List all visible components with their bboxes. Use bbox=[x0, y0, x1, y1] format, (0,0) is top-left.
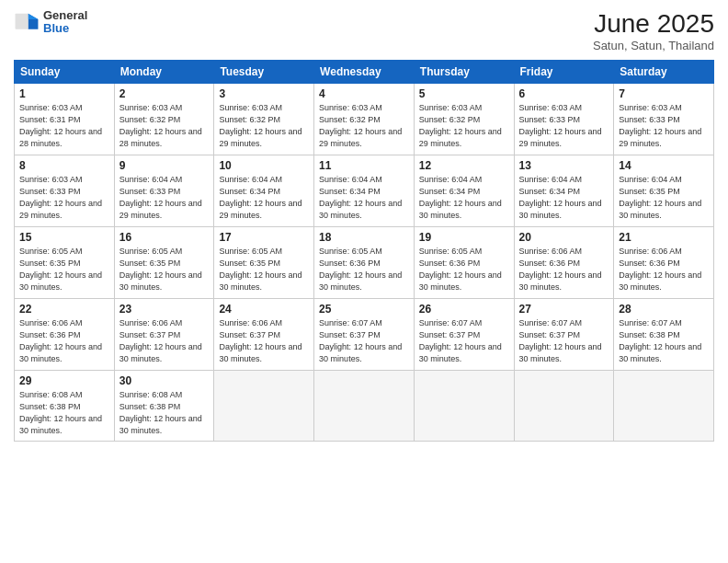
calendar-week-row: 22Sunrise: 6:06 AMSunset: 6:36 PMDayligh… bbox=[15, 299, 714, 371]
day-info: Sunrise: 6:07 AMSunset: 6:38 PMDaylight:… bbox=[619, 317, 709, 365]
calendar-week-row: 29Sunrise: 6:08 AMSunset: 6:38 PMDayligh… bbox=[15, 371, 714, 442]
day-number: 23 bbox=[119, 303, 210, 316]
day-number: 1 bbox=[19, 87, 109, 100]
day-number: 9 bbox=[119, 159, 210, 172]
calendar-cell bbox=[214, 371, 314, 442]
calendar-cell: 26Sunrise: 6:07 AMSunset: 6:37 PMDayligh… bbox=[414, 299, 514, 371]
subtitle: Satun, Satun, Thailand bbox=[593, 39, 714, 52]
calendar-cell bbox=[414, 371, 514, 442]
day-number: 7 bbox=[619, 87, 709, 100]
day-number: 15 bbox=[19, 231, 109, 244]
day-number: 28 bbox=[619, 303, 709, 316]
calendar-cell bbox=[314, 371, 415, 442]
day-info: Sunrise: 6:03 AMSunset: 6:32 PMDaylight:… bbox=[219, 102, 309, 150]
logo-general-text: General bbox=[43, 9, 87, 22]
day-number: 27 bbox=[519, 303, 609, 316]
day-number: 29 bbox=[19, 374, 109, 387]
day-number: 16 bbox=[119, 231, 210, 244]
day-number: 6 bbox=[519, 87, 609, 100]
weekday-header-saturday: Saturday bbox=[614, 61, 714, 84]
day-number: 17 bbox=[219, 231, 309, 244]
calendar-cell: 10Sunrise: 6:04 AMSunset: 6:34 PMDayligh… bbox=[214, 155, 314, 227]
day-info: Sunrise: 6:06 AMSunset: 6:36 PMDaylight:… bbox=[519, 246, 609, 293]
day-info: Sunrise: 6:05 AMSunset: 6:35 PMDaylight:… bbox=[219, 246, 309, 293]
calendar-cell: 23Sunrise: 6:06 AMSunset: 6:37 PMDayligh… bbox=[114, 299, 214, 371]
day-number: 14 bbox=[619, 159, 709, 172]
day-info: Sunrise: 6:03 AMSunset: 6:32 PMDaylight:… bbox=[319, 102, 409, 150]
day-info: Sunrise: 6:08 AMSunset: 6:38 PMDaylight:… bbox=[19, 389, 109, 437]
day-number: 25 bbox=[319, 303, 409, 316]
calendar-cell: 24Sunrise: 6:06 AMSunset: 6:37 PMDayligh… bbox=[214, 299, 314, 371]
calendar-cell: 12Sunrise: 6:04 AMSunset: 6:34 PMDayligh… bbox=[414, 155, 514, 227]
day-number: 10 bbox=[219, 159, 309, 172]
day-number: 20 bbox=[519, 231, 609, 244]
day-info: Sunrise: 6:07 AMSunset: 6:37 PMDaylight:… bbox=[419, 317, 509, 365]
day-info: Sunrise: 6:05 AMSunset: 6:36 PMDaylight:… bbox=[419, 246, 509, 293]
day-number: 19 bbox=[419, 231, 509, 244]
calendar-cell: 27Sunrise: 6:07 AMSunset: 6:37 PMDayligh… bbox=[514, 299, 614, 371]
calendar-cell: 9Sunrise: 6:04 AMSunset: 6:33 PMDaylight… bbox=[114, 155, 214, 227]
calendar-week-row: 15Sunrise: 6:05 AMSunset: 6:35 PMDayligh… bbox=[15, 227, 714, 299]
header: General Blue June 2025 Satun, Satun, Tha… bbox=[14, 9, 714, 52]
calendar-cell: 4Sunrise: 6:03 AMSunset: 6:32 PMDaylight… bbox=[314, 84, 415, 155]
day-number: 13 bbox=[519, 159, 609, 172]
day-info: Sunrise: 6:04 AMSunset: 6:34 PMDaylight:… bbox=[519, 174, 609, 222]
calendar-cell: 5Sunrise: 6:03 AMSunset: 6:32 PMDaylight… bbox=[414, 84, 514, 155]
day-info: Sunrise: 6:08 AMSunset: 6:38 PMDaylight:… bbox=[119, 389, 210, 437]
day-number: 11 bbox=[319, 159, 409, 172]
day-number: 30 bbox=[119, 374, 210, 387]
calendar-cell: 1Sunrise: 6:03 AMSunset: 6:31 PMDaylight… bbox=[15, 84, 115, 155]
day-info: Sunrise: 6:03 AMSunset: 6:33 PMDaylight:… bbox=[619, 102, 709, 150]
day-number: 5 bbox=[419, 87, 509, 100]
day-info: Sunrise: 6:07 AMSunset: 6:37 PMDaylight:… bbox=[519, 317, 609, 365]
weekday-header-thursday: Thursday bbox=[414, 61, 514, 84]
logo: General Blue bbox=[14, 9, 87, 36]
day-number: 24 bbox=[219, 303, 309, 316]
weekday-header-monday: Monday bbox=[114, 61, 214, 84]
title-block: June 2025 Satun, Satun, Thailand bbox=[593, 9, 714, 52]
calendar-cell: 3Sunrise: 6:03 AMSunset: 6:32 PMDaylight… bbox=[214, 84, 314, 155]
calendar-cell: 11Sunrise: 6:04 AMSunset: 6:34 PMDayligh… bbox=[314, 155, 415, 227]
logo-icon bbox=[14, 9, 40, 35]
day-info: Sunrise: 6:07 AMSunset: 6:37 PMDaylight:… bbox=[319, 317, 409, 365]
calendar-cell: 25Sunrise: 6:07 AMSunset: 6:37 PMDayligh… bbox=[314, 299, 415, 371]
day-number: 21 bbox=[619, 231, 709, 244]
calendar-cell: 18Sunrise: 6:05 AMSunset: 6:36 PMDayligh… bbox=[314, 227, 415, 299]
day-info: Sunrise: 6:05 AMSunset: 6:35 PMDaylight:… bbox=[119, 246, 210, 293]
calendar-cell: 2Sunrise: 6:03 AMSunset: 6:32 PMDaylight… bbox=[114, 84, 214, 155]
day-info: Sunrise: 6:06 AMSunset: 6:36 PMDaylight:… bbox=[19, 317, 109, 365]
day-info: Sunrise: 6:03 AMSunset: 6:33 PMDaylight:… bbox=[19, 174, 109, 222]
calendar-cell: 20Sunrise: 6:06 AMSunset: 6:36 PMDayligh… bbox=[514, 227, 614, 299]
day-number: 18 bbox=[319, 231, 409, 244]
calendar-cell: 15Sunrise: 6:05 AMSunset: 6:35 PMDayligh… bbox=[15, 227, 115, 299]
calendar-cell: 8Sunrise: 6:03 AMSunset: 6:33 PMDaylight… bbox=[15, 155, 115, 227]
calendar-week-row: 1Sunrise: 6:03 AMSunset: 6:31 PMDaylight… bbox=[15, 84, 714, 155]
day-info: Sunrise: 6:03 AMSunset: 6:32 PMDaylight:… bbox=[119, 102, 210, 150]
calendar-cell: 17Sunrise: 6:05 AMSunset: 6:35 PMDayligh… bbox=[214, 227, 314, 299]
day-info: Sunrise: 6:03 AMSunset: 6:31 PMDaylight:… bbox=[19, 102, 109, 150]
day-number: 2 bbox=[119, 87, 210, 100]
day-info: Sunrise: 6:05 AMSunset: 6:36 PMDaylight:… bbox=[319, 246, 409, 293]
day-info: Sunrise: 6:04 AMSunset: 6:34 PMDaylight:… bbox=[219, 174, 309, 222]
day-info: Sunrise: 6:06 AMSunset: 6:36 PMDaylight:… bbox=[619, 246, 709, 293]
logo-text: General Blue bbox=[43, 9, 87, 36]
day-info: Sunrise: 6:04 AMSunset: 6:34 PMDaylight:… bbox=[419, 174, 509, 222]
day-info: Sunrise: 6:04 AMSunset: 6:33 PMDaylight:… bbox=[119, 174, 210, 222]
calendar-cell: 30Sunrise: 6:08 AMSunset: 6:38 PMDayligh… bbox=[114, 371, 214, 442]
calendar-cell bbox=[614, 371, 714, 442]
calendar-cell: 22Sunrise: 6:06 AMSunset: 6:36 PMDayligh… bbox=[15, 299, 115, 371]
weekday-header-tuesday: Tuesday bbox=[214, 61, 314, 84]
calendar-cell: 19Sunrise: 6:05 AMSunset: 6:36 PMDayligh… bbox=[414, 227, 514, 299]
calendar-cell: 6Sunrise: 6:03 AMSunset: 6:33 PMDaylight… bbox=[514, 84, 614, 155]
month-title: June 2025 bbox=[593, 9, 714, 39]
weekday-header-wednesday: Wednesday bbox=[314, 61, 415, 84]
svg-rect-2 bbox=[16, 14, 28, 29]
day-number: 3 bbox=[219, 87, 309, 100]
weekday-header-row: SundayMondayTuesdayWednesdayThursdayFrid… bbox=[15, 61, 714, 84]
calendar-cell: 28Sunrise: 6:07 AMSunset: 6:38 PMDayligh… bbox=[614, 299, 714, 371]
logo-blue-text: Blue bbox=[43, 22, 87, 35]
calendar-cell bbox=[514, 371, 614, 442]
calendar-cell: 21Sunrise: 6:06 AMSunset: 6:36 PMDayligh… bbox=[614, 227, 714, 299]
weekday-header-sunday: Sunday bbox=[15, 61, 115, 84]
svg-marker-1 bbox=[28, 14, 39, 19]
